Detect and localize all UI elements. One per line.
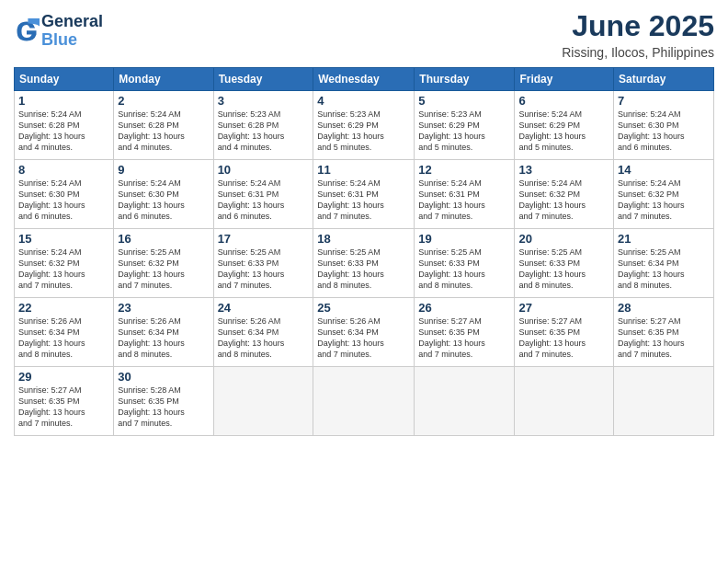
day-number: 20 [518, 232, 609, 246]
day-info: Sunrise: 5:23 AMSunset: 6:28 PMDaylight:… [218, 109, 310, 154]
day-number: 13 [518, 163, 609, 177]
day-number: 24 [218, 301, 310, 315]
calendar-cell: 8Sunrise: 5:24 AMSunset: 6:30 PMDaylight… [15, 160, 114, 229]
calendar-cell [313, 367, 415, 436]
location: Rissing, Ilocos, Philippines [562, 45, 714, 60]
col-wednesday: Wednesday [313, 68, 415, 91]
day-info: Sunrise: 5:26 AMSunset: 6:34 PMDaylight:… [118, 316, 209, 361]
day-number: 17 [218, 232, 310, 246]
day-info: Sunrise: 5:25 AMSunset: 6:33 PMDaylight:… [418, 247, 510, 292]
day-number: 18 [317, 232, 410, 246]
day-info: Sunrise: 5:28 AMSunset: 6:35 PMDaylight:… [118, 385, 209, 430]
calendar-week-2: 8Sunrise: 5:24 AMSunset: 6:30 PMDaylight… [15, 160, 714, 229]
calendar-cell: 20Sunrise: 5:25 AMSunset: 6:33 PMDayligh… [515, 229, 614, 298]
calendar-cell: 4Sunrise: 5:23 AMSunset: 6:29 PMDaylight… [313, 91, 415, 160]
day-number: 10 [218, 163, 310, 177]
calendar-week-4: 22Sunrise: 5:26 AMSunset: 6:34 PMDayligh… [15, 298, 714, 367]
day-number: 11 [317, 163, 410, 177]
calendar-cell: 16Sunrise: 5:25 AMSunset: 6:32 PMDayligh… [114, 229, 213, 298]
day-number: 9 [118, 163, 209, 177]
calendar-cell: 2Sunrise: 5:24 AMSunset: 6:28 PMDaylight… [114, 91, 213, 160]
day-info: Sunrise: 5:27 AMSunset: 6:35 PMDaylight:… [518, 316, 609, 361]
calendar-cell: 11Sunrise: 5:24 AMSunset: 6:31 PMDayligh… [313, 160, 415, 229]
logo-icon [14, 18, 40, 44]
day-info: Sunrise: 5:24 AMSunset: 6:31 PMDaylight:… [218, 178, 310, 223]
calendar-cell: 18Sunrise: 5:25 AMSunset: 6:33 PMDayligh… [313, 229, 415, 298]
day-number: 14 [618, 163, 710, 177]
calendar-cell: 1Sunrise: 5:24 AMSunset: 6:28 PMDaylight… [15, 91, 114, 160]
day-info: Sunrise: 5:24 AMSunset: 6:30 PMDaylight:… [118, 178, 209, 223]
day-number: 12 [418, 163, 510, 177]
day-number: 15 [18, 232, 109, 246]
day-info: Sunrise: 5:26 AMSunset: 6:34 PMDaylight:… [18, 316, 109, 361]
day-info: Sunrise: 5:27 AMSunset: 6:35 PMDaylight:… [418, 316, 510, 361]
logo: General Blue [14, 13, 103, 50]
day-info: Sunrise: 5:24 AMSunset: 6:32 PMDaylight:… [618, 178, 710, 223]
calendar-cell: 26Sunrise: 5:27 AMSunset: 6:35 PMDayligh… [415, 298, 515, 367]
calendar-cell: 7Sunrise: 5:24 AMSunset: 6:30 PMDaylight… [614, 91, 714, 160]
day-number: 1 [18, 94, 109, 108]
title-block: June 2025 Rissing, Ilocos, Philippines [562, 9, 714, 60]
day-info: Sunrise: 5:27 AMSunset: 6:35 PMDaylight:… [18, 385, 109, 430]
calendar-cell: 24Sunrise: 5:26 AMSunset: 6:34 PMDayligh… [213, 298, 313, 367]
day-info: Sunrise: 5:26 AMSunset: 6:34 PMDaylight:… [317, 316, 410, 361]
day-number: 26 [418, 301, 510, 315]
calendar-cell: 25Sunrise: 5:26 AMSunset: 6:34 PMDayligh… [313, 298, 415, 367]
calendar-cell: 13Sunrise: 5:24 AMSunset: 6:32 PMDayligh… [515, 160, 614, 229]
calendar-cell: 3Sunrise: 5:23 AMSunset: 6:28 PMDaylight… [213, 91, 313, 160]
calendar-cell: 29Sunrise: 5:27 AMSunset: 6:35 PMDayligh… [15, 367, 114, 436]
day-number: 27 [518, 301, 609, 315]
col-friday: Friday [515, 68, 614, 91]
logo-text: General Blue [41, 13, 103, 50]
day-number: 3 [218, 94, 310, 108]
day-info: Sunrise: 5:26 AMSunset: 6:34 PMDaylight:… [218, 316, 310, 361]
day-number: 23 [118, 301, 209, 315]
page: General Blue June 2025 Rissing, Ilocos, … [0, 0, 728, 563]
calendar-cell [213, 367, 313, 436]
calendar-cell: 23Sunrise: 5:26 AMSunset: 6:34 PMDayligh… [114, 298, 213, 367]
month-title: June 2025 [562, 9, 714, 43]
day-info: Sunrise: 5:24 AMSunset: 6:30 PMDaylight:… [618, 109, 710, 154]
day-info: Sunrise: 5:24 AMSunset: 6:28 PMDaylight:… [118, 109, 209, 154]
day-number: 19 [418, 232, 510, 246]
day-number: 7 [618, 94, 710, 108]
calendar-cell: 9Sunrise: 5:24 AMSunset: 6:30 PMDaylight… [114, 160, 213, 229]
calendar-cell: 15Sunrise: 5:24 AMSunset: 6:32 PMDayligh… [15, 229, 114, 298]
day-info: Sunrise: 5:24 AMSunset: 6:32 PMDaylight:… [518, 178, 609, 223]
day-number: 28 [618, 301, 710, 315]
day-number: 4 [317, 94, 410, 108]
day-number: 25 [317, 301, 410, 315]
calendar-cell: 19Sunrise: 5:25 AMSunset: 6:33 PMDayligh… [415, 229, 515, 298]
col-sunday: Sunday [15, 68, 114, 91]
calendar-cell [515, 367, 614, 436]
day-info: Sunrise: 5:24 AMSunset: 6:30 PMDaylight:… [18, 178, 109, 223]
calendar-cell: 30Sunrise: 5:28 AMSunset: 6:35 PMDayligh… [114, 367, 213, 436]
day-info: Sunrise: 5:23 AMSunset: 6:29 PMDaylight:… [317, 109, 410, 154]
calendar-cell: 21Sunrise: 5:25 AMSunset: 6:34 PMDayligh… [614, 229, 714, 298]
col-tuesday: Tuesday [213, 68, 313, 91]
calendar-table: Sunday Monday Tuesday Wednesday Thursday… [14, 67, 714, 436]
col-monday: Monday [114, 68, 213, 91]
day-info: Sunrise: 5:23 AMSunset: 6:29 PMDaylight:… [418, 109, 510, 154]
day-number: 21 [618, 232, 710, 246]
calendar-week-5: 29Sunrise: 5:27 AMSunset: 6:35 PMDayligh… [15, 367, 714, 436]
calendar-cell: 10Sunrise: 5:24 AMSunset: 6:31 PMDayligh… [213, 160, 313, 229]
calendar-cell: 12Sunrise: 5:24 AMSunset: 6:31 PMDayligh… [415, 160, 515, 229]
day-number: 29 [18, 370, 109, 384]
day-info: Sunrise: 5:24 AMSunset: 6:31 PMDaylight:… [418, 178, 510, 223]
day-info: Sunrise: 5:25 AMSunset: 6:33 PMDaylight:… [518, 247, 609, 292]
calendar-week-1: 1Sunrise: 5:24 AMSunset: 6:28 PMDaylight… [15, 91, 714, 160]
header: General Blue June 2025 Rissing, Ilocos, … [14, 9, 714, 60]
day-info: Sunrise: 5:24 AMSunset: 6:32 PMDaylight:… [18, 247, 109, 292]
day-info: Sunrise: 5:25 AMSunset: 6:33 PMDaylight:… [317, 247, 410, 292]
col-thursday: Thursday [415, 68, 515, 91]
day-number: 16 [118, 232, 209, 246]
calendar-cell: 27Sunrise: 5:27 AMSunset: 6:35 PMDayligh… [515, 298, 614, 367]
day-info: Sunrise: 5:25 AMSunset: 6:32 PMDaylight:… [118, 247, 209, 292]
calendar-body: 1Sunrise: 5:24 AMSunset: 6:28 PMDaylight… [15, 91, 714, 436]
calendar-week-3: 15Sunrise: 5:24 AMSunset: 6:32 PMDayligh… [15, 229, 714, 298]
calendar-cell: 6Sunrise: 5:24 AMSunset: 6:29 PMDaylight… [515, 91, 614, 160]
day-number: 30 [118, 370, 209, 384]
calendar-cell: 14Sunrise: 5:24 AMSunset: 6:32 PMDayligh… [614, 160, 714, 229]
day-info: Sunrise: 5:24 AMSunset: 6:28 PMDaylight:… [18, 109, 109, 154]
